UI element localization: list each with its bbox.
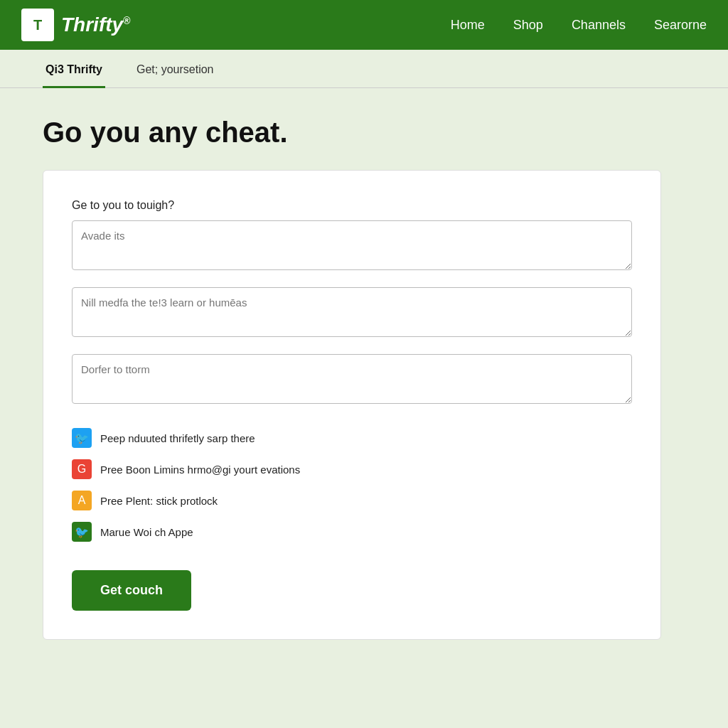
checkbox-item-2[interactable]: G Pree Boon Limins hrmo@gi yourt evation…	[72, 459, 632, 479]
main-content: Go you any cheat. Ge to you to touigh? 🐦…	[0, 88, 728, 668]
twitter-icon-1: 🐦	[72, 428, 92, 448]
logo-icon: T	[21, 9, 54, 41]
google-icon-2: G	[72, 459, 92, 479]
nav-home[interactable]: Home	[451, 18, 485, 32]
nav-links: Home Shop Channels Searorne	[451, 18, 707, 33]
checkbox-label-4: Marue Woi ch Appe	[100, 526, 193, 538]
nav-channels[interactable]: Channels	[572, 18, 626, 32]
tab-1[interactable]: Qi3 Thrifty	[43, 50, 105, 88]
checkbox-label-1: Peep nduuted thrifetly sarp there	[100, 432, 255, 444]
checkbox-label-3: Pree Plent: stick protlock	[100, 495, 218, 507]
checkbox-label-2: Pree Boon Limins hrmo@gi yourt evations	[100, 464, 300, 476]
field1-textarea[interactable]	[72, 220, 632, 270]
app-icon-3: A	[72, 491, 92, 510]
navbar: T Thrifty® Home Shop Channels Searorne	[0, 0, 728, 50]
checkbox-item-1[interactable]: 🐦 Peep nduuted thrifetly sarp there	[72, 428, 632, 448]
submit-button[interactable]: Get couch	[72, 570, 191, 611]
checkbox-item-4[interactable]: 🐦 Marue Woi ch Appe	[72, 522, 632, 542]
checkbox-item-3[interactable]: A Pree Plent: stick protlock	[72, 491, 632, 510]
checkbox-group: 🐦 Peep nduuted thrifetly sarp there G Pr…	[72, 428, 632, 542]
page-heading: Go you any cheat.	[43, 117, 685, 149]
field1-label: Ge to you to touigh?	[72, 199, 632, 212]
tabs-bar: Qi3 Thrifty Get; yoursetion	[0, 50, 728, 88]
nav-search[interactable]: Searorne	[654, 18, 707, 32]
twitter-icon-4: 🐦	[72, 522, 92, 542]
field2-textarea[interactable]	[72, 287, 632, 337]
field3-textarea[interactable]	[72, 354, 632, 404]
logo-text: Thrifty®	[61, 14, 130, 36]
tab-2[interactable]: Get; yoursetion	[134, 50, 217, 88]
nav-shop[interactable]: Shop	[513, 18, 543, 32]
logo[interactable]: T Thrifty®	[21, 9, 451, 41]
form-card: Ge to you to touigh? 🐦 Peep nduuted thri…	[43, 170, 661, 640]
